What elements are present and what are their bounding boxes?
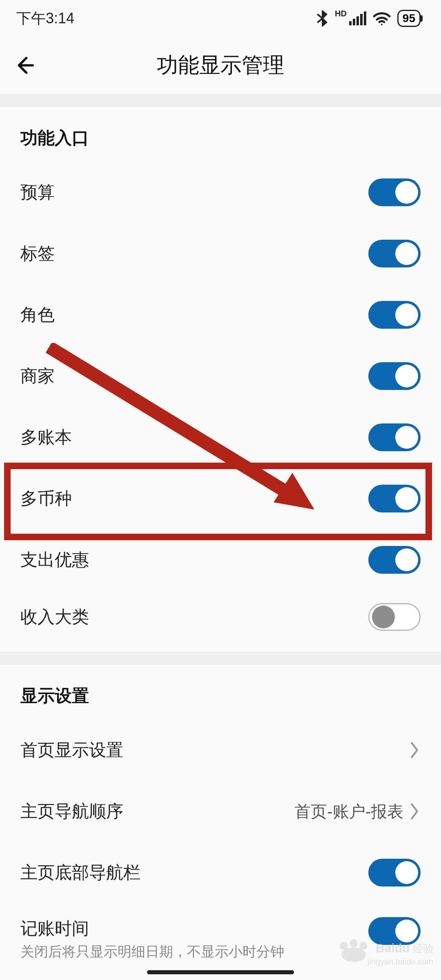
signal-icon <box>349 11 366 25</box>
hd-icon: HD <box>335 9 347 18</box>
row-home-display-settings[interactable]: 首页显示设置 <box>20 719 421 781</box>
row-label: 支出优惠 <box>20 548 89 571</box>
row-label: 主页底部导航栏 <box>20 861 140 884</box>
row-value: 首页-账户-报表 <box>294 800 403 823</box>
row-tags[interactable]: 标签 <box>20 223 421 284</box>
row-label: 首页显示设置 <box>20 739 123 762</box>
toggle-bottom-nav[interactable] <box>368 859 421 886</box>
row-label: 主页导航顺序 <box>20 800 123 823</box>
svg-text:jingyan.baidu.com: jingyan.baidu.com <box>367 957 433 966</box>
page-title: 功能显示管理 <box>0 51 441 80</box>
row-multi-ledger[interactable]: 多账本 <box>20 407 421 468</box>
row-label: 角色 <box>20 303 55 326</box>
svg-point-9 <box>359 942 368 950</box>
row-roles[interactable]: 角色 <box>20 284 421 345</box>
chevron-right-icon <box>408 741 421 759</box>
toggle-multi-currency[interactable] <box>368 485 421 512</box>
toggle-income-category[interactable] <box>368 603 421 631</box>
row-label: 收入大类 <box>20 606 89 628</box>
row-home-nav-order[interactable]: 主页导航顺序 首页-账户-报表 <box>20 781 421 842</box>
section-header-entry: 功能入口 <box>20 107 421 162</box>
watermark: Baidu 经验 jingyan.baidu.com <box>335 938 433 971</box>
toggle-budget[interactable] <box>368 178 421 206</box>
toggle-tags[interactable] <box>368 240 421 267</box>
svg-text:Baidu: Baidu <box>376 941 410 955</box>
battery-level: 95 <box>403 12 415 25</box>
row-multi-currency[interactable]: 多币种 <box>20 468 421 529</box>
row-subtitle: 关闭后将只显示明细日期，不显示小时分钟 <box>20 942 284 961</box>
toggle-expense-discount[interactable] <box>368 546 421 574</box>
status-icons: HD 95 <box>317 9 421 27</box>
svg-rect-1 <box>353 19 355 25</box>
arrow-left-icon <box>13 54 36 76</box>
chevron-right-icon <box>408 802 421 820</box>
bluetooth-icon <box>317 10 328 27</box>
row-label: 多账本 <box>20 426 72 449</box>
wifi-icon <box>373 11 391 25</box>
row-merchants[interactable]: 商家 <box>20 345 421 407</box>
row-label: 多币种 <box>20 487 72 510</box>
row-label: 预算 <box>20 181 55 204</box>
back-button[interactable] <box>0 37 49 94</box>
home-indicator <box>147 970 294 974</box>
app-bar: 功能显示管理 <box>0 37 441 94</box>
toggle-roles[interactable] <box>368 301 421 329</box>
svg-text:经验: 经验 <box>412 942 433 955</box>
row-income-category[interactable]: 收入大类 <box>20 590 421 652</box>
svg-rect-3 <box>360 14 363 25</box>
row-label: 商家 <box>20 365 55 388</box>
svg-rect-2 <box>356 16 359 25</box>
section-feature-entry: 功能入口 预算 标签 角色 商家 多账本 多币种 支出优惠 <box>0 107 441 652</box>
svg-point-10 <box>341 947 366 962</box>
toggle-merchants[interactable] <box>368 362 421 390</box>
toggle-multi-ledger[interactable] <box>368 423 421 451</box>
row-label: 标签 <box>20 242 55 265</box>
row-label: 记账时间 <box>20 917 284 940</box>
section-display-settings: 显示设置 首页显示设置 主页导航顺序 首页-账户-报表 主页底部导航栏 记账时间… <box>0 665 441 969</box>
row-expense-discount[interactable]: 支出优惠 <box>20 529 421 590</box>
svg-rect-4 <box>364 11 366 25</box>
section-header-display: 显示设置 <box>20 665 421 719</box>
svg-rect-0 <box>349 21 352 25</box>
battery-icon: 95 <box>397 10 421 27</box>
svg-point-7 <box>340 942 348 950</box>
svg-point-8 <box>350 939 358 947</box>
row-bottom-nav[interactable]: 主页底部导航栏 <box>20 842 421 903</box>
status-bar: 下午3:14 HD <box>0 0 441 37</box>
status-time: 下午3:14 <box>16 9 74 29</box>
row-budget[interactable]: 预算 <box>20 162 421 223</box>
